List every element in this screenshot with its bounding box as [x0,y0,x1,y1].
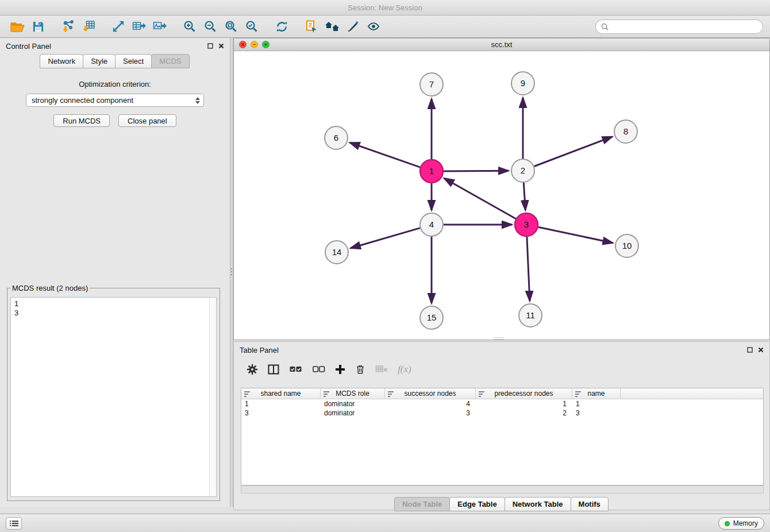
close-panel-icon[interactable] [758,347,764,353]
table-panel: Table Panel [233,341,770,510]
column-header-predecessor-nodes[interactable]: predecessor nodes [476,388,572,399]
table-cell: 3 [572,408,621,418]
network-window-titlebar[interactable]: scc.txt [234,38,769,51]
import-table-button[interactable] [78,17,99,36]
graph-node-7[interactable]: 7 [420,73,443,96]
graph-node-4[interactable]: 4 [420,213,443,236]
node-table[interactable]: shared nameMCDS rolesuccessor nodesprede… [241,388,764,485]
graph-node-3[interactable]: 3 [515,213,538,236]
table-cell: 2 [476,408,572,418]
column-header-mcds-role[interactable]: MCDS role [321,388,385,399]
table-panel-header: Table Panel [234,342,769,358]
column-header-name[interactable]: name [572,388,621,399]
graph-edge-2-8[interactable] [534,137,613,167]
export-network-button[interactable] [108,17,129,36]
graph-node-9[interactable]: 9 [511,72,534,95]
status-menu-button[interactable] [6,517,22,530]
resize-grip-icon[interactable] [494,337,504,340]
minimize-window-icon[interactable] [251,41,258,48]
sort-icon [324,391,330,397]
zoom-fit-button[interactable] [221,17,241,36]
graph-node-11[interactable]: 11 [519,304,542,327]
table-hscrollbar[interactable] [241,485,764,494]
float-panel-icon[interactable] [747,347,753,353]
show-columns-button[interactable] [268,361,279,377]
close-window-icon[interactable] [239,41,247,48]
sort-icon [479,391,485,397]
annotation-button[interactable] [301,17,322,36]
open-session-button[interactable] [7,17,28,36]
tab-network[interactable]: Network [40,54,83,68]
tab-style[interactable]: Style [83,54,116,68]
zoom-window-icon[interactable] [262,41,270,48]
refresh-button[interactable] [271,17,292,36]
tab-edge-table[interactable]: Edge Table [449,497,505,511]
export-table-button[interactable] [129,17,149,36]
select-stepper-icon [194,96,201,105]
unchecked-boxes-icon [312,365,325,373]
home-views-button[interactable] [322,17,342,36]
graph-node-14[interactable]: 14 [325,241,348,264]
plus-icon [335,364,345,375]
control-panel-header: Control Panel [0,38,230,54]
create-column-button[interactable] [335,361,345,377]
delete-column-button[interactable] [355,361,365,377]
export-image-button[interactable] [149,17,170,36]
column-header-shared-name[interactable]: shared name [241,388,321,399]
graph-node-8[interactable]: 8 [614,120,637,143]
result-scrollbar[interactable] [209,298,216,496]
zoom-in-button[interactable] [179,17,200,36]
column-header-label: MCDS role [336,390,369,398]
tab-node-table[interactable]: Node Table [394,497,450,511]
search-input[interactable] [611,22,757,31]
graph-node-6[interactable]: 6 [325,126,348,149]
node-label: 6 [334,133,338,142]
float-panel-icon[interactable] [207,43,213,49]
select-all-button[interactable] [289,361,302,377]
optimization-select[interactable]: strongly connected component [26,94,204,107]
columns-icon [268,364,279,375]
table-cell: 3 [241,408,321,418]
deselect-all-button[interactable] [312,361,325,377]
function-builder-button: f(x) [398,361,411,377]
graph-edge-2-3[interactable] [523,183,525,210]
graph-node-10[interactable]: 10 [615,234,638,257]
table-row[interactable]: 1dominator411 [241,399,763,408]
graph-edge-4-14[interactable] [351,228,420,248]
zoom-selected-button[interactable] [241,17,262,36]
table-settings-button[interactable] [247,361,258,377]
tab-network-table[interactable]: Network Table [505,497,571,511]
network-canvas[interactable]: 7968124314101511 [234,51,769,340]
show-hide-button[interactable] [363,17,384,36]
window-titlebar: Session: New Session [0,0,770,16]
graph-node-2[interactable]: 2 [511,159,534,182]
network-graph[interactable]: 7968124314101511 [234,51,769,340]
graph-edge-3-10[interactable] [538,227,613,243]
graph-edge-3-11[interactable] [527,237,530,301]
close-panel-icon[interactable] [218,43,224,49]
graph-edge-1-6[interactable] [350,142,421,167]
graph-node-15[interactable]: 15 [420,306,443,329]
tab-mcds[interactable]: MCDS [151,54,189,68]
tab-motifs[interactable]: Motifs [571,497,609,511]
graph-node-1[interactable]: 1 [420,160,443,183]
run-mcds-button[interactable]: Run MCDS [53,114,110,127]
table-row[interactable]: 3dominator323 [241,408,763,418]
network-view-window: scc.txt 7968124314101511 [233,38,770,340]
graph-edge-3-1[interactable] [444,178,516,218]
tab-select[interactable]: Select [115,54,152,68]
close-panel-button[interactable]: Close panel [118,114,176,127]
mcds-result-list[interactable]: 13 [10,297,217,497]
node-label: 14 [332,247,342,257]
zoom-out-button[interactable] [200,17,221,36]
graph-edge-1-2[interactable] [444,171,509,171]
column-header-successor-nodes[interactable]: successor nodes [385,388,476,399]
memory-button[interactable]: Memory [718,517,764,530]
save-session-button[interactable] [28,17,48,36]
import-network-button[interactable] [57,17,78,36]
mcds-result-group: MCDS result (2 nodes) 13 [7,284,220,501]
control-panel-title: Control Panel [6,42,51,51]
apply-style-button[interactable] [342,17,363,36]
search-field[interactable] [595,20,763,34]
mcds-result-line: 1 [14,299,213,309]
